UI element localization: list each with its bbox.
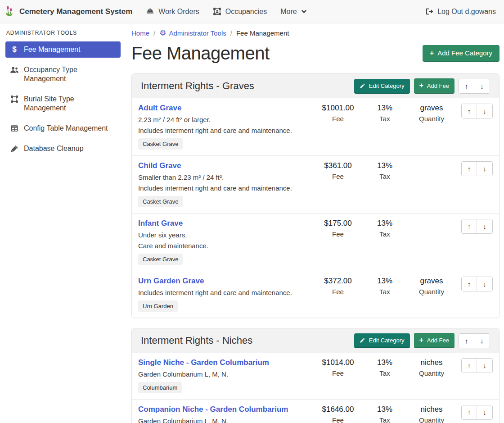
fee-type-badge: Casket Grave	[138, 138, 183, 150]
fee-desc2: Includes interment right and care and ma…	[138, 184, 311, 192]
add-fee-category-button[interactable]: + Add Fee Category	[423, 45, 500, 62]
move-fee-down-button[interactable]: ↓	[477, 104, 492, 118]
tulip-logo-icon	[5, 5, 16, 18]
fee-desc1: Garden Columbarium L, M, N.	[138, 370, 311, 378]
fee-amount: $361.00	[315, 161, 360, 170]
move-fee-down-button[interactable]: ↓	[477, 219, 492, 233]
tax-col: 13% Tax	[362, 277, 407, 296]
fee-col: $175.00 Fee	[315, 219, 360, 238]
fee-name-link[interactable]: Adult Grave	[138, 104, 181, 113]
nav-work-orders[interactable]: Work Orders	[146, 7, 199, 16]
fee-label: Fee	[315, 369, 360, 377]
sidebar-item-label: Config Table Management	[24, 124, 108, 133]
add-fee-button[interactable]: + Add Fee	[414, 333, 455, 348]
fee-desc1: Includes interment right and care and ma…	[138, 289, 311, 296]
fee-name-link[interactable]: Child Grave	[138, 161, 181, 170]
move-fee-down-button[interactable]: ↓	[477, 359, 492, 373]
nav-occupancies[interactable]: Occupancies	[213, 7, 267, 16]
nav-more[interactable]: More	[280, 8, 306, 16]
move-category-up-button[interactable]: ↑	[459, 334, 474, 348]
breadcrumb-home-link[interactable]: Home	[131, 29, 149, 37]
category-actions: Edit Category + Add Fee ↑ ↓	[354, 78, 490, 94]
dollar-icon: $	[10, 45, 19, 53]
quantity-label: Quantity	[409, 288, 454, 296]
move-fee-up-button[interactable]: ↑	[462, 359, 477, 373]
fee-reorder-group: ↑ ↓	[461, 277, 493, 291]
move-category-up-button[interactable]: ↑	[459, 79, 474, 93]
fee-label: Fee	[315, 288, 360, 296]
fee-name-link[interactable]: Infant Grave	[138, 219, 183, 228]
navbar-left: Cemetery Management System Work Orders	[5, 5, 307, 18]
top-navbar: Cemetery Management System Work Orders	[0, 0, 504, 23]
edit-category-button[interactable]: Edit Category	[354, 333, 410, 348]
category-title: Interment Rights - Niches	[141, 335, 252, 346]
fee-type-badge: Columbarium	[138, 382, 182, 393]
quantity-unit: graves	[409, 104, 454, 113]
table-icon	[10, 124, 19, 132]
category-reorder-group: ↑ ↓	[459, 333, 490, 348]
move-fee-up-button[interactable]: ↑	[462, 277, 477, 291]
brand-name: Cemetery Management System	[19, 7, 132, 16]
move-fee-down-button[interactable]: ↓	[477, 277, 492, 291]
fee-col: $1646.00 Fee	[315, 405, 360, 423]
users-icon	[10, 66, 19, 74]
logout-button[interactable]: Log Out d.gowans	[425, 7, 496, 16]
category-reorder-group: ↑ ↓	[459, 79, 490, 94]
sidebar-item-config-table-management[interactable]: Config Table Management	[5, 120, 121, 136]
sidebar-item-database-cleanup[interactable]: Database Cleanup	[5, 141, 121, 157]
fee-desc1: Garden Columbarium L, M, N,	[138, 417, 311, 423]
nav-work-orders-label: Work Orders	[158, 8, 199, 16]
fee-reorder-group: ↑ ↓	[461, 161, 493, 176]
move-category-down-button[interactable]: ↓	[474, 334, 490, 348]
move-category-down-button[interactable]: ↓	[474, 79, 490, 93]
breadcrumb-admin-tools-link[interactable]: ⚙ Administrator Tools	[159, 29, 226, 37]
add-fee-button[interactable]: + Add Fee	[414, 78, 455, 94]
page-title: Fee Management	[131, 43, 270, 64]
quantity-unit: niches	[409, 405, 454, 414]
edit-category-button[interactable]: Edit Category	[354, 79, 410, 94]
sidebar-item-occupancy-type-management[interactable]: Occupancy Type Management	[5, 62, 121, 87]
fee-name-link[interactable]: Urn Garden Grave	[138, 277, 204, 286]
brand[interactable]: Cemetery Management System	[5, 5, 132, 18]
sidebar-item-burial-site-type-management[interactable]: Burial Site Type Management	[5, 91, 121, 116]
fee-col: $372.00 Fee	[315, 277, 360, 296]
logout-icon	[425, 7, 433, 16]
fee-reorder-group: ↑ ↓	[461, 358, 493, 373]
tax-col: 13% Tax	[362, 219, 407, 238]
tax-col: 13% Tax	[362, 358, 407, 377]
move-fee-up-button[interactable]: ↑	[462, 104, 477, 118]
fee-info: Infant Grave Under six years. Care and m…	[138, 219, 314, 265]
move-fee-up-button[interactable]: ↑	[462, 219, 477, 233]
fee-name-link[interactable]: Companion Niche - Garden Columbarium	[138, 405, 288, 414]
occupancy-frame-icon	[213, 7, 221, 16]
category-header: Interment Rights - Niches Edit Category …	[132, 328, 499, 353]
title-row: Fee Management + Add Fee Category	[131, 43, 500, 64]
fee-desc1: Under six years.	[138, 231, 311, 239]
fee-info: Companion Niche - Garden Columbarium Gar…	[138, 405, 314, 423]
sidebar-item-label: Fee Management	[24, 45, 80, 54]
breadcrumb-separator: /	[230, 29, 232, 37]
move-fee-up-button[interactable]: ↑	[462, 162, 477, 176]
fee-row: Infant Grave Under six years. Care and m…	[132, 213, 499, 271]
fee-desc2: Care and maintenance.	[138, 242, 311, 250]
breadcrumb-admin-tools-label: Administrator Tools	[169, 29, 226, 37]
fee-amount: $372.00	[315, 277, 360, 286]
fee-amount: $1646.00	[315, 405, 360, 414]
sidebar-item-fee-management[interactable]: $ Fee Management	[5, 41, 121, 58]
tax-label: Tax	[362, 115, 407, 123]
sidebar-item-label: Occupancy Type Management	[24, 65, 116, 83]
move-fee-down-button[interactable]: ↓	[477, 405, 492, 419]
nav-occupancies-label: Occupancies	[225, 8, 267, 16]
fee-col: $1001.00 Fee	[315, 104, 360, 123]
fee-name-link[interactable]: Single Niche - Garden Columbarium	[138, 358, 269, 367]
tax-amount: 13%	[362, 104, 407, 113]
quantity-col: graves Quantity	[409, 104, 454, 123]
quantity-col: niches Quantity	[409, 405, 454, 423]
quantity-label: Quantity	[409, 416, 454, 423]
move-fee-down-button[interactable]: ↓	[477, 162, 492, 176]
tax-amount: 13%	[362, 277, 407, 286]
move-fee-up-button[interactable]: ↑	[462, 405, 477, 419]
quantity-unit: niches	[409, 358, 454, 367]
fee-info: Urn Garden Grave Includes interment righ…	[138, 277, 314, 312]
fee-info: Single Niche - Garden Columbarium Garden…	[138, 358, 314, 393]
